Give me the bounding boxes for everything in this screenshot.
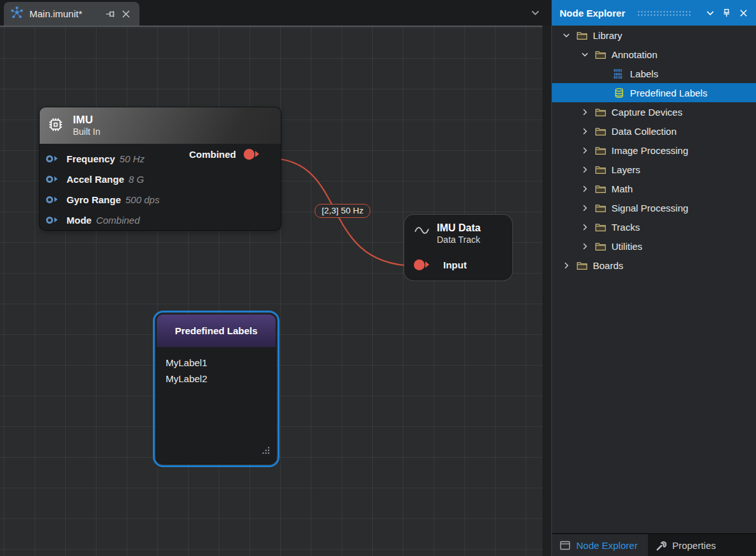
- chevron-right-icon[interactable]: [579, 164, 590, 175]
- tab-title: Main.imunit*: [29, 8, 102, 19]
- tree-item-predefined-labels[interactable]: Predefined Labels: [552, 83, 756, 102]
- tree-item-label: Boards: [593, 260, 624, 271]
- panel-pin-icon[interactable]: [719, 5, 734, 20]
- input-port-ring-icon[interactable]: [46, 155, 59, 162]
- tree-item-label: Signal Processing: [611, 203, 688, 213]
- pin-tab-icon[interactable]: [104, 7, 118, 21]
- input-port-dot-icon[interactable]: [414, 259, 425, 270]
- folder-icon: [594, 126, 606, 137]
- database-icon: [613, 88, 625, 98]
- port-value: 8 G: [129, 174, 144, 185]
- input-port-ring-icon[interactable]: [46, 217, 59, 224]
- tree-item-image-processing[interactable]: Image Processing: [552, 141, 756, 160]
- tab-list-chevron-down-icon[interactable]: [528, 6, 542, 20]
- tree-item-label: Capture Devices: [611, 107, 682, 118]
- imu-node-body: Frequency50 HzAccel Range8 GGyro Range50…: [40, 144, 281, 230]
- resize-grip-icon[interactable]: [262, 445, 270, 457]
- tree-item-label: Layers: [611, 164, 640, 175]
- graph-document-icon: [10, 6, 24, 22]
- imu-input-port-row[interactable]: ModeCombined: [46, 210, 281, 230]
- input-port-ring-icon[interactable]: [46, 196, 59, 203]
- node-predefined-labels[interactable]: Predefined Labels MyLabel1MyLabel2: [157, 314, 276, 463]
- imu-data-node-subtitle: Data Track: [437, 235, 480, 245]
- wire-data-label: [2,3] 50 Hz: [315, 204, 370, 218]
- selection-outline: Predefined Labels MyLabel1MyLabel2: [153, 311, 280, 467]
- tree-item-annotation[interactable]: Annotation: [552, 45, 756, 64]
- predefined-labels-header[interactable]: Predefined Labels: [157, 314, 276, 347]
- tree-item-capture-devices[interactable]: Capture Devices: [552, 102, 756, 121]
- chevron-spacer: [598, 68, 609, 79]
- output-port-dot-icon[interactable]: [244, 149, 255, 160]
- chip-icon: [47, 116, 64, 135]
- port-value: 50 Hz: [120, 153, 145, 164]
- close-tab-icon[interactable]: [119, 7, 133, 21]
- tab-main-imunit[interactable]: Main.imunit*: [4, 2, 139, 26]
- tree-item-signal-processing[interactable]: Signal Processing: [552, 198, 756, 217]
- chevron-down-icon[interactable]: [561, 30, 572, 41]
- panel-tab-label: Node Explorer: [576, 540, 638, 551]
- node-imu[interactable]: IMU Built In Frequency50 HzAccel Range8 …: [40, 107, 281, 230]
- tree-item-label: Data Collection: [611, 126, 677, 137]
- panel-title-bar[interactable]: Node Explorer: [552, 0, 756, 26]
- panel-menu-chevron-down-icon[interactable]: [702, 5, 718, 20]
- tree-item-label: Library: [593, 30, 622, 41]
- imu-data-input-port[interactable]: Input: [414, 254, 467, 275]
- tree-item-layers[interactable]: Layers: [552, 160, 756, 179]
- folder-icon: [594, 107, 606, 118]
- imu-data-node-header[interactable]: IMU Data Data Track: [404, 215, 512, 245]
- port-label: Accel Range: [67, 174, 124, 185]
- folder-icon: [594, 222, 606, 233]
- port-label: Gyro Range: [67, 194, 121, 205]
- chevron-down-icon[interactable]: [579, 49, 590, 60]
- tree-item-tracks[interactable]: Tracks: [552, 217, 756, 236]
- folder-icon: [594, 49, 606, 60]
- document-tab-bar: Main.imunit*: [0, 0, 551, 26]
- imu-output-port-combined[interactable]: Combined: [189, 144, 259, 164]
- folder-icon: [594, 241, 606, 252]
- folder-icon: [594, 183, 606, 194]
- chevron-right-icon[interactable]: [561, 260, 572, 271]
- tree-item-label: Image Processing: [611, 145, 688, 156]
- input-port-ring-icon[interactable]: [46, 176, 59, 183]
- panel-bottom-tab-bar: Node ExplorerProperties: [552, 533, 756, 556]
- imu-input-port-row[interactable]: Gyro Range500 dps: [46, 189, 281, 210]
- chevron-right-icon[interactable]: [579, 203, 590, 213]
- chevron-right-icon[interactable]: [579, 126, 590, 137]
- imu-node-header[interactable]: IMU Built In: [40, 107, 281, 144]
- predefined-label-item[interactable]: MyLabel1: [166, 355, 267, 371]
- sine-wave-icon: [414, 226, 430, 238]
- tree-item-label: Math: [611, 183, 633, 194]
- predefined-label-item[interactable]: MyLabel2: [166, 371, 267, 387]
- tree-item-library[interactable]: Library: [552, 26, 756, 45]
- panel-icon: [560, 541, 571, 550]
- folder-icon: [594, 145, 606, 156]
- chevron-right-icon[interactable]: [579, 222, 590, 233]
- chevron-right-icon[interactable]: [579, 183, 590, 194]
- imu-input-port-row[interactable]: Accel Range8 G: [46, 169, 281, 189]
- port-label: Frequency: [67, 153, 115, 164]
- folder-icon: [594, 203, 606, 213]
- chevron-right-icon[interactable]: [579, 145, 590, 156]
- imu-data-node-title: IMU Data: [437, 222, 480, 235]
- panel-drag-handle[interactable]: [637, 10, 692, 16]
- panel-close-icon[interactable]: [736, 5, 751, 20]
- app-window: Main.imunit*: [0, 0, 756, 556]
- node-imu-data[interactable]: IMU Data Data Track Input: [404, 215, 512, 281]
- panel-tab-properties[interactable]: Properties: [648, 534, 726, 556]
- node-library-tree: LibraryAnnotation010110010110LabelsPrede…: [552, 26, 756, 533]
- tree-item-boards[interactable]: Boards: [552, 256, 756, 275]
- panel-tab-label: Properties: [672, 540, 716, 551]
- tree-item-utilities[interactable]: Utilities: [552, 236, 756, 256]
- output-port-label: Combined: [189, 149, 236, 160]
- panel-tab-node-explorer[interactable]: Node Explorer: [552, 534, 648, 556]
- chevron-spacer: [598, 88, 609, 98]
- tree-item-labels[interactable]: 010110010110Labels: [552, 64, 756, 83]
- svg-text:0110: 0110: [614, 75, 623, 79]
- chevron-right-icon[interactable]: [579, 241, 590, 252]
- chevron-right-icon[interactable]: [579, 107, 590, 118]
- tree-item-label: Tracks: [611, 222, 640, 233]
- port-label: Mode: [67, 215, 91, 226]
- tree-item-math[interactable]: Math: [552, 179, 756, 198]
- tree-item-data-collection[interactable]: Data Collection: [552, 121, 756, 141]
- node-graph-canvas[interactable]: IMU Built In Frequency50 HzAccel Range8 …: [0, 26, 542, 556]
